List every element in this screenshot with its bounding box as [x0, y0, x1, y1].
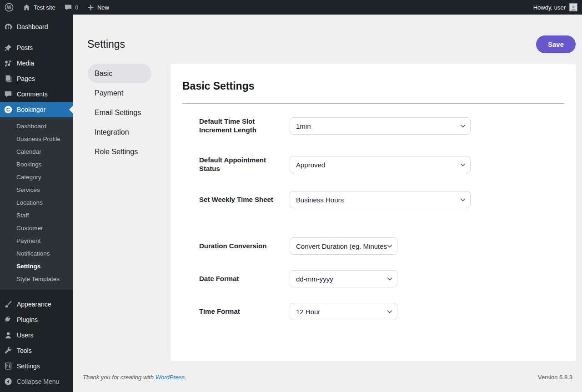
- sidebar-item-posts[interactable]: Posts: [0, 40, 73, 55]
- submenu-item-settings[interactable]: Settings: [0, 260, 73, 273]
- settings-form: Default Time Slot Increment Length 1min …: [182, 117, 564, 320]
- admin-bar-left: W Test site 0: [0, 0, 114, 15]
- field-row-appointment-status: Default Appointment Status Approved: [199, 156, 564, 173]
- field-row-date-format: Date Format dd-mm-yyyy: [199, 270, 564, 287]
- user-avatar: [569, 3, 577, 11]
- panel-divider: [182, 103, 564, 104]
- submenu-item-category[interactable]: Category: [0, 171, 73, 184]
- sidebar-item-plugins[interactable]: Plugins: [0, 312, 73, 327]
- plug-icon: [4, 315, 13, 324]
- sidebar-item-label: Plugins: [17, 316, 38, 323]
- panel-heading: Basic Settings: [182, 80, 564, 92]
- sidebar-item-pages[interactable]: Pages: [0, 71, 73, 86]
- comments-menu[interactable]: 0: [60, 0, 83, 15]
- sidebar-item-label: Tools: [17, 347, 32, 354]
- tab-basic[interactable]: Basic: [88, 64, 151, 83]
- page-header: Settings Save: [73, 15, 582, 60]
- new-label: New: [97, 4, 109, 11]
- sidebar-item-appearance[interactable]: Appearance: [0, 297, 73, 312]
- tab-integration[interactable]: Integration: [88, 122, 151, 142]
- field-row-time-format: Time Format 12 Hour: [199, 303, 564, 320]
- sidebar-item-label: Settings: [17, 362, 40, 370]
- comments-icon: [4, 90, 13, 99]
- tab-payment[interactable]: Payment: [88, 83, 151, 103]
- brush-icon: [4, 300, 13, 309]
- settings-tabs: Basic Payment Email Settings Integration…: [88, 64, 151, 161]
- wordpress-logo-icon: W: [5, 3, 14, 12]
- sidebar-item-label: Comments: [17, 90, 48, 98]
- appointment-status-select[interactable]: Approved: [290, 156, 471, 173]
- wrench-icon: [4, 346, 13, 355]
- sidebar-item-label: Pages: [17, 75, 35, 82]
- submenu-item-staff[interactable]: Staff: [0, 209, 73, 222]
- submenu-item-style-templates[interactable]: Style Templates: [0, 273, 73, 286]
- sidebar-item-dashboard[interactable]: Dashboard: [0, 19, 73, 35]
- account-menu[interactable]: Howdy, user: [533, 3, 582, 11]
- bookingor-logo-icon: C: [4, 105, 13, 114]
- submenu-item-business-profile[interactable]: Business Profile: [0, 133, 73, 146]
- sidebar-item-label: Posts: [17, 44, 33, 51]
- wordpress-link[interactable]: WordPress: [156, 374, 185, 381]
- admin-footer: Thank you for creating with WordPress. V…: [73, 362, 582, 381]
- pages-icon: [4, 74, 13, 83]
- sidebar-item-media[interactable]: Media: [0, 55, 73, 71]
- weekly-time-sheet-select[interactable]: Business Hours: [290, 191, 471, 208]
- sidebar-item-settings[interactable]: Settings: [0, 358, 73, 374]
- field-label: Default Time Slot Increment Length: [199, 117, 290, 135]
- svg-text:W: W: [7, 5, 11, 10]
- submenu-item-notifications[interactable]: Notifications: [0, 247, 73, 260]
- menu-separator: [0, 35, 73, 40]
- new-content-menu[interactable]: New: [83, 0, 114, 15]
- save-button[interactable]: Save: [536, 35, 576, 53]
- footer-thanks: Thank you for creating with WordPress.: [83, 374, 186, 381]
- site-name-menu[interactable]: Test site: [18, 0, 60, 15]
- sidebar-item-label: Appearance: [17, 301, 51, 308]
- time-slot-increment-select[interactable]: 1min: [290, 117, 471, 135]
- field-row-time-slot: Default Time Slot Increment Length 1min: [199, 117, 564, 135]
- wordpress-logo-menu[interactable]: W: [0, 0, 18, 15]
- tab-email-settings[interactable]: Email Settings: [88, 103, 151, 122]
- submenu-item-services[interactable]: Services: [0, 184, 73, 196]
- submenu-item-calendar[interactable]: Calendar: [0, 146, 73, 158]
- time-format-select[interactable]: 12 Hour: [290, 303, 397, 320]
- main-content: Settings Save Basic Payment Email Settin…: [73, 0, 582, 381]
- settings-layout: Basic Payment Email Settings Integration…: [73, 60, 582, 362]
- submenu-item-locations[interactable]: Locations: [0, 196, 73, 209]
- sidebar-item-users[interactable]: Users: [0, 327, 73, 343]
- sidebar-item-label: Bookingor: [17, 106, 45, 113]
- bookingor-submenu: Dashboard Business Profile Calendar Book…: [0, 117, 73, 290]
- date-format-select[interactable]: dd-mm-yyyy: [290, 270, 397, 287]
- comments-count: 0: [75, 4, 78, 11]
- svg-text:C: C: [6, 107, 10, 112]
- submenu-item-bookings[interactable]: Bookings: [0, 158, 73, 171]
- collapse-arrow-icon: [4, 377, 13, 386]
- dashboard-icon: [4, 22, 13, 31]
- media-icon: [4, 59, 13, 68]
- admin-sidebar: Dashboard Posts Media Pages: [0, 15, 73, 392]
- field-label: Duration Conversion: [199, 242, 290, 251]
- site-name-label: Test site: [34, 4, 55, 11]
- tab-role-settings[interactable]: Role Settings: [88, 142, 151, 161]
- submenu-item-dashboard[interactable]: Dashboard: [0, 120, 73, 133]
- sidebar-item-label: Users: [17, 332, 34, 339]
- sidebar-bottom-group: Appearance Plugins Users: [0, 297, 73, 389]
- collapse-menu-label: Collapse Menu: [17, 378, 59, 385]
- sidebar-item-label: Media: [17, 60, 34, 67]
- comment-bubble-icon: [65, 4, 72, 11]
- collapse-menu-button[interactable]: Collapse Menu: [0, 374, 73, 389]
- field-label: Time Format: [199, 307, 290, 316]
- home-icon: [23, 4, 30, 11]
- field-label: Date Format: [199, 275, 290, 283]
- field-row-duration-conversion: Duration Conversion Convert Duration (eg…: [199, 237, 564, 255]
- sidebar-item-tools[interactable]: Tools: [0, 343, 73, 358]
- sidebar-item-bookingor[interactable]: C Bookingor: [0, 102, 73, 117]
- submenu-item-customer[interactable]: Customer: [0, 222, 73, 235]
- footer-version: Version 6.8.3: [538, 374, 572, 381]
- howdy-label: Howdy, user: [533, 4, 566, 11]
- duration-conversion-select[interactable]: Convert Duration (eg. Minutes: [290, 237, 397, 255]
- pushpin-icon: [4, 43, 13, 52]
- sidebar-item-comments[interactable]: Comments: [0, 86, 73, 102]
- submenu-item-payment[interactable]: Payment: [0, 235, 73, 247]
- admin-bar: W Test site 0: [0, 0, 582, 15]
- sidebar-item-label: Dashboard: [17, 23, 48, 30]
